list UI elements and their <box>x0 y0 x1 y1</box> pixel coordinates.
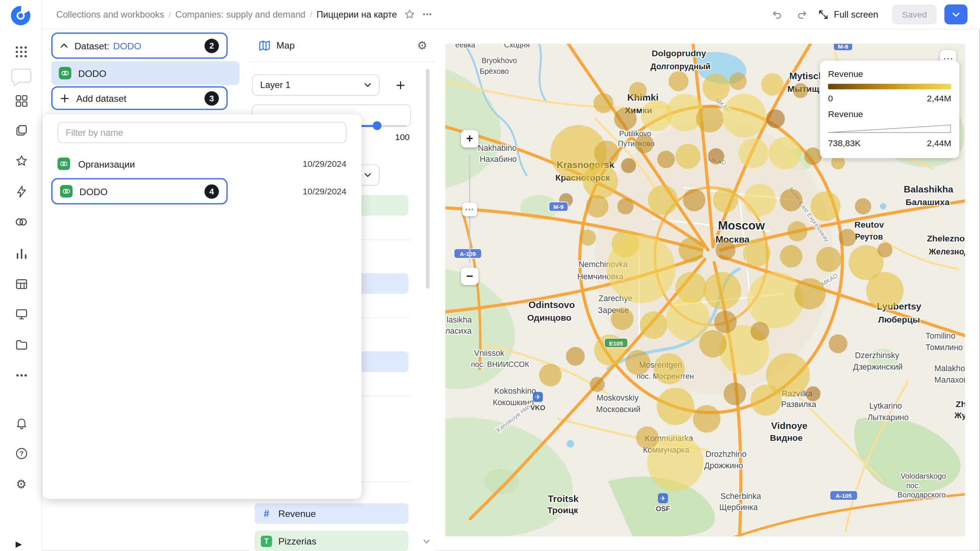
undo-icon[interactable] <box>768 6 786 23</box>
revenue-bubble[interactable] <box>683 189 706 211</box>
layer-select[interactable]: Layer 1 <box>252 74 379 96</box>
revenue-bubble[interactable] <box>679 238 704 262</box>
revenue-bubble[interactable] <box>816 247 841 272</box>
revenue-bubble[interactable] <box>780 245 802 267</box>
selected-dataset-row[interactable]: DODO <box>51 61 240 85</box>
revenue-bubble[interactable] <box>780 189 802 211</box>
revenue-bubble[interactable] <box>787 221 807 241</box>
more-actions-icon[interactable] <box>418 6 436 23</box>
revenue-bubble[interactable] <box>583 164 618 199</box>
zoom-out-button[interactable]: − <box>461 267 479 285</box>
chat-bubble-icon[interactable] <box>9 65 34 90</box>
revenue-bubble[interactable] <box>636 426 658 449</box>
tables-icon[interactable] <box>14 276 29 291</box>
revenue-bubble[interactable] <box>640 311 667 339</box>
revenue-bubble[interactable] <box>793 83 808 98</box>
revenue-bubble[interactable] <box>580 230 596 246</box>
revenue-bubble[interactable] <box>866 272 904 310</box>
datasets-icon[interactable] <box>14 214 29 229</box>
revenue-bubble[interactable] <box>617 198 633 214</box>
tooltip-field-pizzerias[interactable]: T Pizzerias <box>255 531 408 551</box>
charts-icon[interactable] <box>14 246 29 261</box>
revenue-bubble[interactable] <box>586 195 609 218</box>
revenue-bubble[interactable] <box>743 240 771 267</box>
settings-gear-icon[interactable]: ⚙ <box>14 476 29 491</box>
revenue-bubble[interactable] <box>611 308 634 330</box>
revenue-bubble[interactable] <box>877 243 892 258</box>
revenue-bubble[interactable] <box>657 388 694 425</box>
revenue-bubble[interactable] <box>566 347 585 366</box>
revenue-bubble[interactable] <box>766 109 785 128</box>
revenue-bubble[interactable] <box>724 383 746 405</box>
dashboards-icon[interactable] <box>14 93 29 108</box>
revenue-bubble[interactable] <box>810 191 840 221</box>
revenue-bubble[interactable] <box>675 144 700 169</box>
revenue-bubble[interactable] <box>693 405 720 433</box>
datalens-logo[interactable] <box>8 5 33 26</box>
revenue-bubble[interactable] <box>761 73 784 96</box>
chart-settings-gear-icon[interactable]: ⚙ <box>417 38 427 52</box>
revenue-bubble[interactable] <box>657 151 675 168</box>
revenue-bubble[interactable] <box>794 278 826 310</box>
revenue-bubble[interactable] <box>635 134 653 153</box>
revenue-bubble[interactable] <box>621 158 636 173</box>
revenue-bubble[interactable] <box>648 185 678 215</box>
revenue-bubble[interactable] <box>804 148 822 165</box>
revenue-bubble[interactable] <box>714 311 737 333</box>
revenue-bubble[interactable] <box>750 322 769 341</box>
apps-grid-icon[interactable] <box>14 44 29 59</box>
revenue-bubble[interactable] <box>708 148 724 164</box>
add-layer-button[interactable] <box>390 74 411 96</box>
breadcrumb-collections[interactable]: Collections and workbooks <box>56 10 164 20</box>
revenue-bubble[interactable] <box>614 108 637 130</box>
revenue-bubble[interactable] <box>626 350 650 375</box>
slider-handle[interactable] <box>373 121 382 130</box>
revenue-bubble[interactable] <box>593 93 613 113</box>
revenue-bubble[interactable] <box>539 364 562 386</box>
tooltip-field-revenue[interactable]: # Revenue <box>255 503 408 524</box>
breadcrumb-workbook[interactable]: Companies: supply and demand <box>175 10 305 20</box>
favorite-star-icon[interactable] <box>401 6 418 23</box>
connections-icon[interactable] <box>14 184 29 199</box>
revenue-bubble[interactable] <box>653 353 685 385</box>
revenue-bubble[interactable] <box>590 377 605 392</box>
revenue-bubble[interactable] <box>704 272 741 310</box>
revenue-bubble[interactable] <box>829 334 848 353</box>
revenue-bubble[interactable] <box>738 138 768 168</box>
revenue-bubble[interactable] <box>713 187 738 212</box>
zoom-in-button[interactable]: + <box>461 130 479 148</box>
revenue-bubble[interactable] <box>743 184 776 216</box>
revenue-bubble[interactable] <box>729 73 747 90</box>
collections-icon[interactable] <box>14 122 29 137</box>
help-icon[interactable]: ? <box>14 446 29 461</box>
revenue-bubble[interactable] <box>607 235 676 303</box>
revenue-bubble[interactable] <box>769 137 801 170</box>
collapse-sidebar-button[interactable]: ▶ <box>11 536 26 551</box>
saved-button[interactable]: Saved <box>892 4 937 24</box>
revenue-bubble[interactable] <box>839 229 856 246</box>
revenue-bubble[interactable] <box>668 71 688 91</box>
revenue-bubble[interactable] <box>805 386 820 401</box>
more-services-icon[interactable] <box>14 368 29 383</box>
revenue-bubble[interactable] <box>699 330 727 358</box>
revenue-bubble[interactable] <box>629 82 647 99</box>
revenue-bubble[interactable] <box>715 240 735 260</box>
monitoring-icon[interactable] <box>14 306 29 321</box>
revenue-bubble[interactable] <box>594 141 619 166</box>
redo-icon[interactable] <box>793 6 811 23</box>
map-preview[interactable]: MytischiМытищиKhimkiХимкиKrasnogorskКрас… <box>445 44 965 536</box>
revenue-bubble[interactable] <box>702 74 730 101</box>
dataset-list-item-dodo[interactable]: DODO 4 <box>51 178 228 205</box>
dataset-filter-input[interactable] <box>57 122 346 143</box>
favorites-icon[interactable] <box>14 153 29 168</box>
notifications-bell-icon[interactable] <box>14 415 29 430</box>
full-screen-button[interactable]: Full screen <box>818 9 878 20</box>
dataset-header-button[interactable]: Dataset: DODO 2 <box>51 33 228 59</box>
editor-scrollbar[interactable] <box>426 69 430 289</box>
add-dataset-button[interactable]: Add dataset 3 <box>51 86 228 110</box>
zoom-slider-handle[interactable]: ••• <box>462 202 477 216</box>
dataset-list-item[interactable]: Организации 10/29/2024 <box>42 151 361 176</box>
revenue-bubble[interactable] <box>696 105 724 132</box>
revenue-bubble[interactable] <box>750 385 782 416</box>
storage-icon[interactable] <box>14 337 29 352</box>
